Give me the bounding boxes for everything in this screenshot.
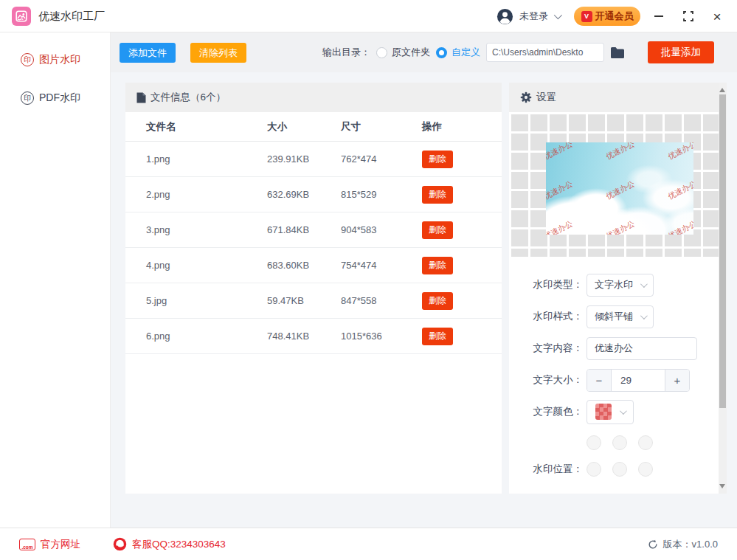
file-size: 59.47KB <box>267 295 341 306</box>
sidebar-item-pdf-watermark[interactable]: 印 PDF水印 <box>0 87 110 109</box>
file-dimensions: 754*474 <box>341 260 422 271</box>
watermark-text: 优速办公 <box>666 142 693 162</box>
gear-icon <box>520 91 532 103</box>
position-radio[interactable] <box>638 435 653 450</box>
chevron-down-icon <box>554 11 562 19</box>
file-dimensions: 904*583 <box>341 224 422 235</box>
watermark-preview-image: 优速办公 优速办公 优速办公 优速办公 优速办公 优速办公 优速办公 优速办公 … <box>546 142 693 235</box>
minimize-icon <box>654 15 663 17</box>
col-filename: 文件名 <box>125 120 267 134</box>
increase-button[interactable]: + <box>665 370 689 391</box>
table-row: 6.png 748.41KB 1015*636 删除 <box>125 319 502 354</box>
open-vip-button[interactable]: V 开通会员 <box>574 7 640 26</box>
file-name: 1.png <box>125 153 267 165</box>
login-status: 未登录 <box>519 10 548 23</box>
sidebar-item-label: PDF水印 <box>39 91 80 105</box>
radio-custom-folder-label[interactable]: 自定义 <box>451 46 480 59</box>
position-radio[interactable] <box>587 462 601 477</box>
file-name: 6.png <box>125 331 267 342</box>
watermark-type-value: 文字水印 <box>595 278 633 291</box>
browse-folder-icon[interactable] <box>610 46 625 59</box>
watermark-style-select[interactable]: 倾斜平铺 <box>587 305 654 328</box>
col-dimensions: 尺寸 <box>341 120 422 134</box>
delete-button[interactable]: 删除 <box>422 292 453 310</box>
table-row: 4.png 683.60KB 754*474 删除 <box>125 248 502 283</box>
batch-add-button[interactable]: 批量添加 <box>648 41 714 63</box>
file-size: 239.91KB <box>267 153 341 165</box>
user-menu[interactable]: 未登录 <box>496 0 560 32</box>
sidebar-item-image-watermark[interactable]: 印 图片水印 <box>0 49 110 71</box>
maximize-button[interactable] <box>681 9 696 24</box>
user-avatar-icon <box>496 8 513 25</box>
minimize-button[interactable] <box>651 9 666 24</box>
watermark-style-label: 水印样式： <box>509 310 583 323</box>
update-icon[interactable] <box>648 539 658 550</box>
settings-panel: 设置 优速办公 优速办公 优速办公 优速办公 优速办公 优速办公 优速办公 优速… <box>509 83 727 494</box>
close-icon: × <box>713 10 721 24</box>
watermark-text: 优速办公 <box>546 218 575 235</box>
text-content-input[interactable] <box>587 337 697 360</box>
scrollbar-thumb[interactable] <box>719 94 726 408</box>
table-row: 1.png 239.91KB 762*474 删除 <box>125 142 502 177</box>
chevron-down-icon <box>620 407 627 415</box>
file-name: 5.jpg <box>125 295 267 306</box>
position-radio[interactable] <box>612 435 627 450</box>
watermark-type-select[interactable]: 文字水印 <box>587 274 654 297</box>
version-label: 版本：v1.0.0 <box>663 538 718 551</box>
chevron-down-icon <box>640 312 648 319</box>
radio-custom-folder[interactable] <box>436 47 447 58</box>
decrease-button[interactable]: − <box>587 370 612 391</box>
radio-original-folder-label[interactable]: 原文件夹 <box>392 46 430 59</box>
watermark-style-value: 倾斜平铺 <box>595 310 633 323</box>
vip-button-label: 开通会员 <box>595 10 634 23</box>
watermark-text: 优速办公 <box>546 179 575 202</box>
file-name: 2.png <box>125 189 267 200</box>
delete-button[interactable]: 删除 <box>422 186 453 204</box>
maximize-icon <box>683 11 693 21</box>
position-radio[interactable] <box>612 462 627 477</box>
official-website-link[interactable]: .com 官方网址 <box>19 538 80 551</box>
file-panel-header: 文件信息（6个） <box>125 83 502 112</box>
official-website-label: 官方网址 <box>41 538 80 551</box>
table-row: 3.png 671.84KB 904*583 删除 <box>125 212 502 248</box>
add-files-button[interactable]: 添加文件 <box>120 43 176 63</box>
footer: .com 官方网址 客服QQ:3234303643 版本：v1.0.0 <box>0 528 737 560</box>
vip-icon: V <box>581 11 592 22</box>
customer-service-link[interactable]: 客服QQ:3234303643 <box>113 537 226 551</box>
clear-list-button[interactable]: 清除列表 <box>190 43 246 63</box>
position-row-middle: 水印位置： <box>509 462 727 477</box>
watermark-text: 优速办公 <box>604 179 637 202</box>
delete-button[interactable]: 删除 <box>422 151 453 168</box>
delete-button[interactable]: 删除 <box>422 221 453 239</box>
output-dir-label: 输出目录： <box>322 46 370 59</box>
file-name: 4.png <box>125 260 267 271</box>
file-info-panel: 文件信息（6个） 文件名 大小 尺寸 操作 1.png 239.91KB 762… <box>125 83 502 494</box>
file-dimensions: 847*558 <box>341 295 422 306</box>
scroll-down-icon[interactable] <box>719 484 725 488</box>
watermark-text: 优速办公 <box>666 179 693 202</box>
scroll-up-icon[interactable] <box>719 88 725 92</box>
text-color-label: 文字颜色： <box>509 405 583 418</box>
text-color-picker[interactable] <box>587 400 634 424</box>
stamp-icon: 印 <box>21 53 34 66</box>
delete-button[interactable]: 删除 <box>422 257 453 274</box>
watermark-text: 优速办公 <box>604 218 637 235</box>
delete-button[interactable]: 删除 <box>422 328 453 345</box>
table-body: 1.png 239.91KB 762*474 删除 2.png 632.69KB… <box>125 142 502 354</box>
output-path-input[interactable] <box>486 43 604 62</box>
position-radio[interactable] <box>638 462 653 477</box>
app-title: 优速水印工厂 <box>38 10 105 24</box>
col-operation: 操作 <box>422 120 481 134</box>
website-icon: .com <box>19 539 35 550</box>
position-radio[interactable] <box>587 435 601 450</box>
text-size-value: 29 <box>612 370 665 391</box>
watermark-position-label: 水印位置： <box>509 463 583 476</box>
text-size-stepper: − 29 + <box>587 369 690 392</box>
settings-scrollbar[interactable] <box>719 83 727 494</box>
sidebar: 印 图片水印 印 PDF水印 <box>0 32 111 528</box>
file-size: 683.60KB <box>267 260 341 271</box>
radio-original-folder[interactable] <box>376 47 387 58</box>
close-button[interactable]: × <box>710 9 724 24</box>
text-content-label: 文字内容： <box>509 342 583 355</box>
app-logo-icon <box>12 7 31 26</box>
